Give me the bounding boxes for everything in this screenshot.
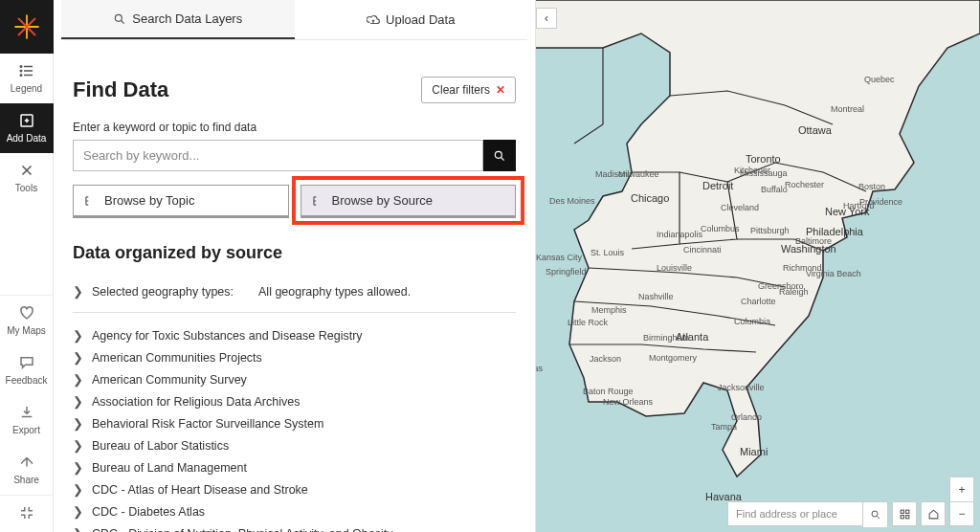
source-item[interactable]: ❯CDC - Division of Nutrition, Physical A… xyxy=(73,522,516,532)
source-item[interactable]: ❯Association for Religious Data Archives xyxy=(73,390,516,412)
source-item[interactable]: ❯American Community Survey xyxy=(73,368,516,390)
map-place-label: Springfield xyxy=(546,267,587,277)
rail-share-label: Share xyxy=(13,476,39,485)
map-place-label: Montreal xyxy=(831,104,864,114)
minus-icon: − xyxy=(958,507,965,521)
chevron-right-icon: ❯ xyxy=(73,438,82,453)
map-place-label: Pittsburgh xyxy=(750,226,790,235)
map-place-label: Cleveland xyxy=(721,203,759,212)
app-logo[interactable] xyxy=(0,0,54,54)
chevron-right-icon: ❯ xyxy=(73,416,82,431)
map-place-label: Mississauga xyxy=(740,168,788,178)
source-list: ❯Agency for Toxic Substances and Disease… xyxy=(73,324,516,532)
source-item[interactable]: ❯Agency for Toxic Substances and Disease… xyxy=(73,324,516,346)
svg-line-18 xyxy=(122,20,124,23)
map-place-label: Madison xyxy=(595,169,628,179)
svg-rect-25 xyxy=(905,510,908,513)
map-place-label: St. Louis xyxy=(590,248,624,257)
chevron-right-icon: ❯ xyxy=(73,482,82,497)
map-place-label: Chicago xyxy=(631,192,669,204)
basemap-button[interactable] xyxy=(892,501,917,526)
left-nav-rail: Legend Add Data Tools My Maps xyxy=(0,0,54,532)
map-place-label: Montgomery xyxy=(649,353,697,363)
source-item-label: Bureau of Land Management xyxy=(92,461,247,475)
rail-legend[interactable]: Legend xyxy=(0,54,54,103)
browse-by-topic-button[interactable]: Browse by Topic xyxy=(73,185,289,216)
map-canvas[interactable]: OttawaTorontoDetroitChicagoNew YorkPhila… xyxy=(536,0,980,532)
map-place-label: Quebec xyxy=(864,75,895,84)
geography-filter-row[interactable]: ❯ Selected geography types: All geograph… xyxy=(73,278,516,312)
map-place-label: Tampa xyxy=(711,422,737,432)
home-extent-button[interactable] xyxy=(921,501,946,526)
rail-collapse[interactable] xyxy=(0,496,54,532)
rail-feedback[interactable]: Feedback xyxy=(0,345,54,395)
browse-topic-label: Browse by Topic xyxy=(104,193,194,208)
map-place-label: Dallas xyxy=(536,364,543,373)
source-item[interactable]: ❯CDC - Atlas of Heart Disease and Stroke xyxy=(73,478,516,500)
rail-share[interactable]: Share xyxy=(0,445,54,495)
browse-by-source-button[interactable]: Browse by Source xyxy=(301,185,517,216)
keyword-search-button[interactable] xyxy=(483,140,516,171)
add-data-icon xyxy=(17,111,36,130)
svg-point-11 xyxy=(20,66,22,68)
source-item-label: CDC - Atlas of Heart Disease and Stroke xyxy=(92,483,308,497)
home-icon xyxy=(927,508,940,521)
zoom-out-button[interactable]: − xyxy=(949,501,974,526)
map-place-label: Baltimore xyxy=(795,236,832,246)
chevron-left-icon: ‹ xyxy=(545,11,548,25)
map-address-search xyxy=(727,501,888,526)
source-item[interactable]: ❯Bureau of Land Management xyxy=(73,456,516,478)
svg-line-7 xyxy=(18,19,27,28)
source-item-label: Bureau of Labor Statistics xyxy=(92,439,229,453)
rail-my-maps[interactable]: My Maps xyxy=(0,296,54,345)
geo-label: Selected geography types: xyxy=(92,285,234,299)
svg-point-13 xyxy=(20,75,22,77)
svg-rect-24 xyxy=(901,510,903,513)
map-place-label: Detroit xyxy=(702,180,733,191)
tab-upload-data[interactable]: Upload Data xyxy=(295,0,528,39)
share-icon xyxy=(17,453,36,472)
browse-source-label: Browse by Source xyxy=(332,193,434,208)
map-place-label: Ottawa xyxy=(798,124,832,136)
chevron-right-icon: ❯ xyxy=(73,526,82,532)
map-collapse-button[interactable]: ‹ xyxy=(536,8,557,29)
tools-icon xyxy=(17,161,36,180)
keyword-input[interactable] xyxy=(73,140,483,171)
chevron-right-icon: ❯ xyxy=(73,504,82,519)
source-item-label: American Community Survey xyxy=(92,373,247,387)
rail-export[interactable]: Export xyxy=(0,395,54,445)
tab-search-label: Search Data Layers xyxy=(132,11,242,26)
rail-add-data[interactable]: Add Data xyxy=(0,103,54,153)
map-place-label: Indianapolis xyxy=(657,230,702,239)
collapse-icon xyxy=(17,503,36,522)
clear-filters-button[interactable]: Clear filters ✕ xyxy=(421,77,516,103)
heart-icon xyxy=(17,303,36,322)
svg-line-3 xyxy=(27,27,35,35)
close-icon: ✕ xyxy=(496,83,505,97)
svg-point-12 xyxy=(20,70,22,72)
source-item[interactable]: ❯American Communities Projects xyxy=(73,346,516,368)
map-place-label: Jackson xyxy=(590,354,621,364)
map-place-label: Columbus xyxy=(701,224,740,233)
source-item[interactable]: ❯Bureau of Labor Statistics xyxy=(73,434,516,456)
map-place-label: Richmond xyxy=(783,263,822,273)
svg-point-19 xyxy=(495,151,501,158)
chevron-right-icon: ❯ xyxy=(73,372,82,387)
keyword-label: Enter a keyword or topic to find data xyxy=(73,121,516,134)
source-item[interactable]: ❯CDC - Diabetes Atlas xyxy=(73,500,516,522)
source-item[interactable]: ❯Behavioral Risk Factor Surveillance Sys… xyxy=(73,412,516,434)
map-address-search-button[interactable] xyxy=(862,502,887,527)
zoom-in-button[interactable]: + xyxy=(949,477,974,501)
svg-line-1 xyxy=(27,19,35,28)
source-item-label: American Communities Projects xyxy=(92,351,262,365)
rail-tools[interactable]: Tools xyxy=(0,153,54,203)
map-place-label: Little Rock xyxy=(568,318,608,327)
legend-icon xyxy=(17,61,36,80)
map-address-input[interactable] xyxy=(728,502,862,525)
map-place-label: Kansas City xyxy=(536,253,582,262)
source-item-label: CDC - Diabetes Atlas xyxy=(92,505,205,519)
map-place-label: New Orleans xyxy=(603,397,653,407)
map-place-label: Louisville xyxy=(657,263,692,273)
tab-search-layers[interactable]: Search Data Layers xyxy=(61,0,295,39)
chevron-right-icon: ❯ xyxy=(73,460,82,475)
